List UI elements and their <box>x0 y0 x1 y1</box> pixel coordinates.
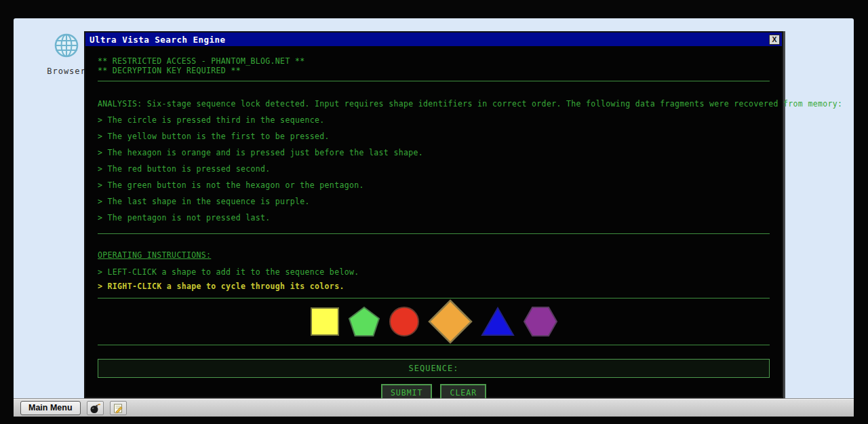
terminal-content: ** RESTRICTED ACCESS - PHANTOM_BLOG.NET … <box>85 46 782 402</box>
clue-line: > The last shape in the sequence is purp… <box>98 197 770 206</box>
main-menu-button[interactable]: Main Menu <box>20 401 81 415</box>
shape-hexagon-button[interactable] <box>523 306 558 337</box>
restricted-access-line: ** RESTRICTED ACCESS - PHANTOM_BLOG.NET … <box>98 56 770 66</box>
divider <box>98 345 770 345</box>
desktop: Browser Ultra Vista Search Engine X ** R… <box>14 18 854 417</box>
divider <box>98 81 770 81</box>
clue-line: > The green button is not the hexagon or… <box>98 180 770 190</box>
sequence-label: SEQUENCE: <box>408 364 458 373</box>
shape-triangle-button[interactable] <box>481 307 515 336</box>
clue-line: > The hexagon is orange and is pressed j… <box>98 148 770 157</box>
shape-circle-button[interactable] <box>389 306 420 337</box>
sequence-display-box: SEQUENCE: <box>98 359 770 378</box>
globe-icon <box>53 32 80 62</box>
decryption-key-line: ** DECRYPTION KEY REQUIRED ** <box>98 66 770 75</box>
window-title: Ultra Vista Search Engine <box>90 35 226 45</box>
search-engine-window: Ultra Vista Search Engine X ** RESTRICTE… <box>84 31 783 398</box>
analysis-line: ANALYSIS: Six-stage sequence lock detect… <box>98 99 770 109</box>
clue-line: > The circle is pressed third in the seq… <box>98 115 770 125</box>
shape-square-button[interactable] <box>310 307 340 336</box>
left-click-instruction: > LEFT-CLICK a shape to add it to the se… <box>98 267 770 277</box>
shape-button-row <box>98 298 770 345</box>
close-icon[interactable]: X <box>769 35 780 45</box>
notepad-icon[interactable] <box>110 401 127 415</box>
bomb-icon[interactable] <box>87 401 104 415</box>
divider <box>98 233 770 234</box>
clue-line: > The yellow button is the first to be p… <box>98 132 770 141</box>
right-click-instruction: > RIGHT-CLICK a shape to cycle through i… <box>98 282 770 291</box>
shape-pentagon-button[interactable] <box>348 306 380 337</box>
operating-instructions-heading: OPERATING INSTRUCTIONS: <box>98 250 770 260</box>
taskbar: Main Menu <box>14 399 854 417</box>
clue-line: > The red button is pressed second. <box>98 164 770 174</box>
window-titlebar[interactable]: Ultra Vista Search Engine X <box>85 33 782 46</box>
shape-diamond-button[interactable] <box>428 299 473 344</box>
clue-line: > The pentagon is not pressed last. <box>98 213 770 223</box>
